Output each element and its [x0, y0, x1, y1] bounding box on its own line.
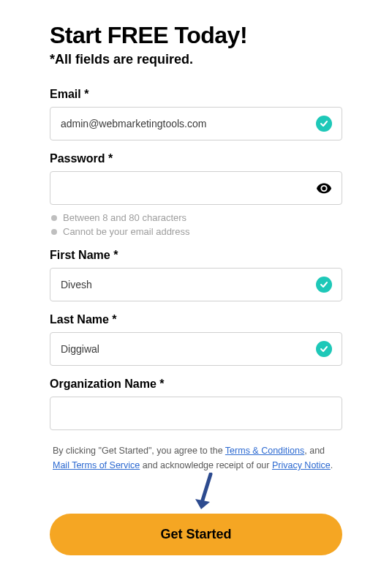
check-icon [316, 341, 332, 357]
last-name-label: Last Name * [50, 313, 342, 326]
organization-label: Organization Name * [50, 378, 342, 391]
organization-field-group: Organization Name * [50, 378, 342, 430]
privacy-link[interactable]: Privacy Notice [272, 460, 331, 470]
check-icon [316, 116, 332, 132]
page-subheading: *All fields are required. [50, 52, 342, 67]
password-requirement-item: Cannot be your email address [51, 226, 342, 237]
first-name-field-group: First Name * [50, 249, 342, 301]
legal-prefix: By clicking "Get Started", you agree to … [53, 446, 225, 456]
mail-terms-link[interactable]: Mail Terms of Service [53, 460, 140, 470]
email-input-wrapper [50, 107, 342, 140]
requirement-dot-icon [51, 229, 57, 235]
last-name-input-wrapper [50, 332, 342, 366]
get-started-button[interactable]: Get Started [50, 514, 342, 555]
last-name-field-group: Last Name * [50, 313, 342, 366]
requirement-text: Cannot be your email address [63, 226, 189, 237]
requirement-dot-icon [51, 215, 57, 221]
arrow-annotation [192, 473, 222, 519]
legal-text: By clicking "Get Started", you agree to … [50, 443, 342, 473]
password-label: Password * [50, 152, 342, 165]
password-field-group: Password * Between 8 and 80 characters C… [50, 152, 342, 237]
organization-input[interactable] [50, 397, 342, 430]
check-icon [316, 277, 332, 293]
email-field-group: Email * [50, 88, 342, 140]
email-valid-icon [316, 116, 332, 132]
password-requirements: Between 8 and 80 characters Cannot be yo… [50, 212, 342, 237]
last-name-valid-icon [316, 341, 332, 357]
terms-link[interactable]: Terms & Conditions [225, 446, 304, 456]
page-heading: Start FREE Today! [50, 22, 342, 49]
email-input[interactable] [50, 107, 342, 140]
password-input-wrapper [50, 171, 342, 205]
legal-mid2: and acknowledge receipt of our [140, 460, 272, 470]
email-label: Email * [50, 88, 342, 101]
first-name-valid-icon [316, 277, 332, 293]
first-name-input[interactable] [50, 268, 342, 301]
password-input[interactable] [50, 171, 342, 205]
requirement-text: Between 8 and 80 characters [63, 212, 186, 223]
password-requirement-item: Between 8 and 80 characters [51, 212, 342, 223]
last-name-input[interactable] [50, 332, 342, 366]
legal-mid1: , and [304, 446, 325, 456]
legal-suffix: . [331, 460, 333, 470]
first-name-label: First Name * [50, 249, 342, 262]
show-password-toggle[interactable] [316, 180, 332, 196]
organization-input-wrapper [50, 397, 342, 430]
first-name-input-wrapper [50, 268, 342, 301]
